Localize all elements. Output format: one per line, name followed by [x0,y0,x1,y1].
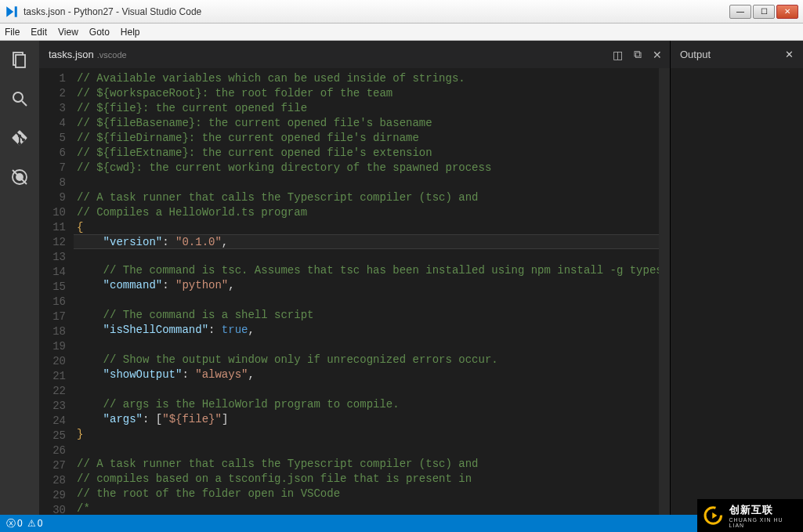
watermark-text-1: 创新互联 [729,503,797,517]
tab-folder: .vscode [97,50,127,60]
svg-line-3 [22,101,27,106]
menu-help[interactable]: Help [121,27,140,38]
editor-scrollbar[interactable] [659,68,670,515]
debug-icon[interactable] [9,166,31,188]
code-line[interactable]: "isShellCommand": true, [74,323,670,338]
code-line[interactable]: // Available variables which can be used… [74,71,670,86]
editor-area: tasks.json .vscode ◫ ⧉ ✕ 123456789101112… [39,41,670,515]
code-line[interactable]: // The command is tsc. Assumes that tsc … [74,263,670,278]
code-line[interactable]: /* [74,501,670,515]
workbench: tasks.json .vscode ◫ ⧉ ✕ 123456789101112… [0,41,803,515]
svg-point-2 [13,92,23,102]
code-content[interactable]: // Available variables which can be used… [74,68,670,515]
code-line[interactable]: // Show the output window only if unreco… [74,353,670,367]
code-line[interactable]: // ${cwd}: the current working directory… [74,161,670,176]
code-line[interactable]: "args": ["${file}"] [74,412,670,427]
close-tab-icon[interactable]: ✕ [653,49,662,61]
watermark-logo-icon [704,505,723,526]
code-line[interactable]: "version": "0.1.0", [74,234,670,249]
window-titlebar: tasks.json - Python27 - Visual Studio Co… [0,0,803,24]
window-close-button[interactable]: ✕ [776,5,798,19]
code-line[interactable]: // ${workspaceRoot}: the root folder of … [74,86,670,101]
window-minimize-button[interactable]: — [729,5,751,19]
status-bar: ⓧ 0 ⚠ 0 Ln 12, Col 24 UT [0,515,803,532]
code-line[interactable]: } [74,427,670,442]
status-warnings[interactable]: ⚠ 0 [27,518,43,529]
tab-filename[interactable]: tasks.json [49,49,94,60]
code-line[interactable]: // ${fileDirname}: the current opened fi… [74,131,670,146]
tab-actions: ◫ ⧉ ✕ [613,48,662,61]
code-line[interactable] [74,382,670,397]
line-number-gutter: 1234567891011121314151617181920212223242… [39,68,74,515]
code-line[interactable]: // args is the HelloWorld program to com… [74,397,670,412]
code-line[interactable] [74,442,670,457]
window-controls: — ☐ ✕ [729,5,798,19]
code-line[interactable]: // ${fileExtname}: the current opened fi… [74,146,670,161]
git-icon[interactable] [9,127,31,149]
code-line[interactable]: // compiles based on a tsconfig.json fil… [74,472,670,487]
code-line[interactable] [74,248,670,263]
code-line[interactable]: "showOutput": "always", [74,367,670,382]
output-header: Output ✕ [671,41,803,68]
watermark-badge: 创新互联 CHUANG XIN HU LIAN [697,499,803,532]
code-line[interactable]: // Compiles a HelloWorld.ts program [74,205,670,220]
svg-marker-8 [712,512,717,519]
explorer-icon[interactable] [9,49,31,71]
output-title: Output [680,49,711,60]
code-editor[interactable]: 1234567891011121314151617181920212223242… [39,68,670,515]
code-line[interactable]: { [74,220,670,235]
code-line[interactable]: // the root of the folder open in VSCode [74,487,670,501]
menu-file[interactable]: File [5,27,20,38]
code-line[interactable] [74,176,670,190]
code-line[interactable]: "command": "python", [74,278,670,293]
svg-point-6 [16,174,23,180]
menu-bar: File Edit View Goto Help [0,24,803,41]
code-line[interactable]: // ${fileBasename}: the current opened f… [74,116,670,131]
code-line[interactable]: // The command is a shell script [74,308,670,323]
code-line[interactable] [74,338,670,353]
code-line[interactable] [74,293,670,308]
search-icon[interactable] [9,88,31,110]
menu-edit[interactable]: Edit [31,27,47,38]
code-line[interactable]: // ${file}: the current opened file [74,101,670,116]
code-line[interactable]: // A task runner that calls the Typescri… [74,457,670,472]
code-line[interactable]: // A task runner that calls the Typescri… [74,190,670,205]
svg-rect-1 [16,55,25,67]
watermark-text-2: CHUANG XIN HU LIAN [729,517,797,528]
window-title: tasks.json - Python27 - Visual Studio Co… [24,6,729,17]
output-close-icon[interactable]: ✕ [785,49,794,60]
output-panel: Output ✕ [670,41,803,515]
menu-view[interactable]: View [58,27,78,38]
vscode-app-icon [5,5,19,19]
menu-goto[interactable]: Goto [89,27,110,38]
split-editor-icon[interactable]: ◫ [613,49,623,61]
tab-bar: tasks.json .vscode ◫ ⧉ ✕ [39,41,670,68]
window-maximize-button[interactable]: ☐ [753,5,775,19]
more-actions-icon[interactable]: ⧉ [634,48,642,61]
status-errors[interactable]: ⓧ 0 [6,517,23,530]
activity-bar [0,41,39,515]
